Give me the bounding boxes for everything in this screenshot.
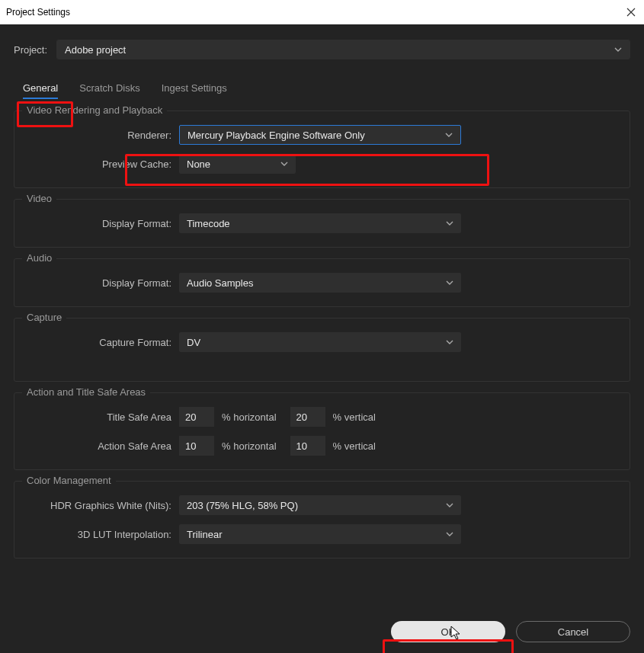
project-row: Project: Adobe project	[14, 40, 630, 59]
group-title-capture: Capture	[22, 312, 66, 323]
group-audio: Audio Display Format: Audio Samples	[14, 258, 630, 307]
chevron-down-icon	[614, 46, 622, 53]
pct-vertical-label: % vertical	[333, 411, 376, 423]
preview-cache-label: Preview Cache:	[27, 158, 179, 170]
renderer-dropdown[interactable]: Mercury Playback Engine Software Only	[179, 125, 461, 145]
group-title-safe-areas: Action and Title Safe Areas	[22, 386, 150, 398]
action-safe-h-input[interactable]	[179, 436, 214, 456]
audio-display-format-dropdown[interactable]: Audio Samples	[179, 273, 461, 293]
capture-format-label: Capture Format:	[27, 337, 179, 348]
title-safe-label: Title Safe Area	[27, 411, 179, 423]
titlebar: Project Settings	[0, 0, 644, 24]
preview-cache-dropdown[interactable]: None	[179, 154, 296, 174]
audio-display-format-label: Display Format:	[27, 277, 179, 289]
hdr-white-value: 203 (75% HLG, 58% PQ)	[187, 500, 298, 511]
title-safe-h-input[interactable]	[179, 407, 214, 427]
lut-interpolation-dropdown[interactable]: Trilinear	[179, 524, 461, 544]
group-title-audio: Audio	[22, 252, 56, 264]
audio-display-format-value: Audio Samples	[187, 277, 253, 289]
tab-ingest-settings[interactable]: Ingest Settings	[162, 79, 227, 97]
pct-horizontal-label: % horizontal	[222, 440, 277, 452]
hdr-white-dropdown[interactable]: 203 (75% HLG, 58% PQ)	[179, 495, 461, 515]
lut-interpolation-value: Trilinear	[187, 529, 222, 540]
tab-general[interactable]: General	[23, 79, 58, 97]
close-icon[interactable]	[626, 7, 636, 18]
project-settings-window: Project Settings Project: Adobe project …	[0, 0, 644, 653]
video-display-format-value: Timecode	[187, 218, 230, 229]
project-name-dropdown[interactable]: Adobe project	[56, 40, 630, 59]
title-safe-v-input[interactable]	[290, 407, 325, 427]
video-display-format-dropdown[interactable]: Timecode	[179, 213, 461, 233]
cancel-button-label: Cancel	[558, 626, 588, 638]
action-safe-label: Action Safe Area	[27, 440, 179, 452]
preview-cache-value: None	[187, 158, 210, 170]
dialog-footer: OK Cancel	[14, 621, 630, 642]
chevron-down-icon	[280, 160, 288, 168]
project-label: Project:	[14, 44, 49, 56]
window-title: Project Settings	[6, 7, 70, 18]
project-name-value: Adobe project	[65, 44, 126, 56]
chevron-down-icon	[446, 530, 453, 538]
cancel-button[interactable]: Cancel	[516, 621, 630, 642]
tabs: General Scratch Disks Ingest Settings	[14, 79, 630, 97]
hdr-white-label: HDR Graphics White (Nits):	[27, 500, 179, 511]
pct-vertical-label: % vertical	[333, 440, 376, 452]
dialog-content: Project: Adobe project General Scratch D…	[0, 24, 644, 653]
tab-scratch-disks[interactable]: Scratch Disks	[79, 79, 139, 97]
video-display-format-label: Display Format:	[27, 218, 179, 229]
chevron-down-icon	[445, 131, 453, 139]
ok-button-label: OK	[441, 626, 456, 638]
group-title-video: Video	[22, 193, 56, 204]
chevron-down-icon	[446, 501, 453, 509]
chevron-down-icon	[446, 279, 453, 286]
pct-horizontal-label: % horizontal	[222, 411, 277, 423]
renderer-label: Renderer:	[27, 130, 179, 141]
capture-format-dropdown[interactable]: DV	[179, 332, 461, 352]
group-video: Video Display Format: Timecode	[14, 199, 630, 248]
renderer-value: Mercury Playback Engine Software Only	[187, 130, 365, 141]
capture-format-value: DV	[187, 337, 200, 348]
action-safe-v-input[interactable]	[290, 436, 325, 456]
ok-button[interactable]: OK	[391, 621, 505, 642]
lut-interpolation-label: 3D LUT Interpolation:	[27, 529, 179, 540]
group-safe-areas: Action and Title Safe Areas Title Safe A…	[14, 392, 630, 470]
group-capture: Capture Capture Format: DV	[14, 318, 630, 382]
group-title-video-rendering: Video Rendering and Playback	[22, 104, 167, 116]
group-video-rendering: Video Rendering and Playback Renderer: M…	[14, 110, 630, 188]
group-title-color-management: Color Management	[22, 475, 116, 486]
chevron-down-icon	[446, 219, 453, 227]
chevron-down-icon	[446, 338, 453, 346]
group-color-management: Color Management HDR Graphics White (Nit…	[14, 481, 630, 559]
